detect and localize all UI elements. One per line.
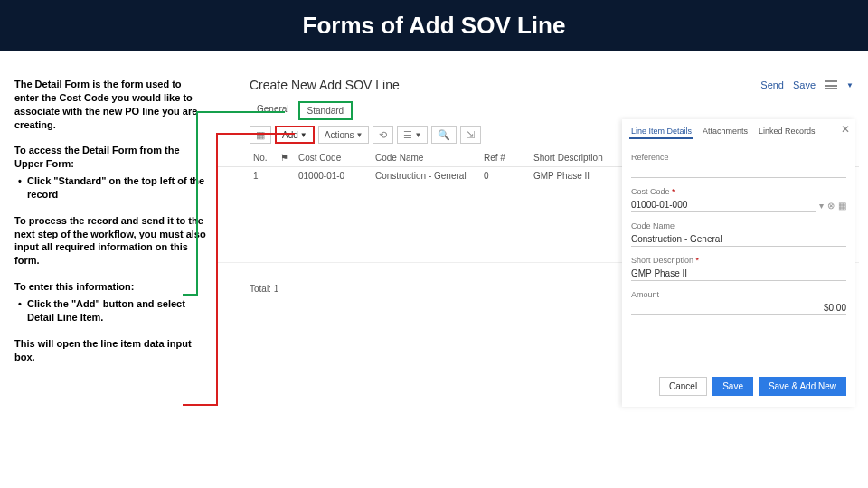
amount-label: Amount — [631, 290, 846, 299]
field-amount: Amount $0.00 — [631, 290, 846, 315]
intro-text: The Detail Form is the form used to ente… — [14, 78, 206, 131]
form-tabs: General Standard — [217, 101, 859, 120]
export-icon-button[interactable]: ⇲ — [460, 126, 481, 144]
cell-cost-code: 01000-01-0 — [295, 169, 372, 183]
cell-short-desc: GMP Phase II — [530, 169, 620, 183]
enter-heading: To enter this information: — [14, 280, 206, 294]
col-ref: Ref # — [480, 151, 530, 164]
actions-caret-icon: ▼ — [356, 131, 363, 139]
clear-icon[interactable]: ⊗ — [827, 201, 835, 211]
col-code-name: Code Name — [372, 151, 480, 164]
amount-value: $0.00 — [631, 301, 846, 315]
enter-step-1: Click the "Add" button and select Detail… — [14, 297, 206, 324]
save-link[interactable]: Save — [793, 80, 816, 90]
cell-code-name: Construction - General — [372, 169, 480, 183]
cell-ref: 0 — [480, 169, 530, 183]
cost-code-input[interactable] — [631, 198, 816, 212]
tab-linked-records[interactable]: Linked Records — [757, 125, 817, 139]
picker-icon[interactable]: ▦ — [838, 201, 846, 211]
app-header: Create New Add SOV Line Send Save ▼ — [217, 78, 859, 96]
reference-input[interactable] — [631, 164, 846, 178]
cell-flag — [277, 169, 295, 183]
send-link[interactable]: Send — [760, 80, 784, 90]
code-name-input[interactable] — [631, 232, 846, 247]
search-icon-button[interactable]: 🔍 — [431, 126, 457, 144]
field-short-desc: Short Description — [631, 256, 846, 281]
col-cost-code: Cost Code — [295, 151, 372, 164]
short-desc-label: Short Description — [631, 256, 846, 265]
code-name-label: Code Name — [631, 221, 846, 230]
app-screenshot: Create New Add SOV Line Send Save ▼ Gene… — [217, 78, 868, 376]
field-code-name: Code Name — [631, 221, 846, 247]
menu-icon[interactable] — [825, 80, 837, 89]
nav-icon-button[interactable]: ⟲ — [373, 126, 393, 144]
slide-title: Forms of Add SOV Line — [303, 12, 566, 40]
reference-label: Reference — [631, 153, 846, 162]
tab-attachments[interactable]: Attachments — [701, 125, 750, 139]
tab-general[interactable]: General — [250, 101, 297, 120]
access-heading: To access the Detail Form from the Upper… — [14, 144, 206, 171]
col-short-desc: Short Description — [530, 151, 620, 164]
app-header-actions: Send Save ▼ — [760, 80, 854, 90]
short-desc-input[interactable] — [631, 267, 846, 281]
add-button[interactable]: Add▼ — [275, 126, 315, 144]
grid-icon: ▦ — [256, 129, 265, 141]
add-caret-icon: ▼ — [300, 131, 307, 139]
content-row: The Detail Form is the form used to ente… — [0, 51, 868, 376]
field-cost-code: Cost Code ▾ ⊗ ▦ — [631, 187, 846, 212]
app-title: Create New Add SOV Line — [250, 78, 400, 92]
panel-footer: Cancel Save Save & Add New — [622, 368, 855, 407]
tab-standard[interactable]: Standard — [298, 101, 354, 120]
find-caret-icon: ▼ — [414, 131, 421, 139]
instruction-column: The Detail Form is the form used to ente… — [0, 78, 217, 376]
line-item-panel: ✕ Line Item Details Attachments Linked R… — [622, 119, 855, 407]
access-step-1: Click "Standard" on the top left of the … — [14, 174, 206, 202]
tab-line-item-details[interactable]: Line Item Details — [629, 125, 693, 139]
dropdown-icon[interactable]: ▾ — [819, 201, 824, 211]
export-icon: ⇲ — [467, 129, 475, 141]
nav-icon: ⟲ — [379, 129, 387, 141]
cancel-button[interactable]: Cancel — [659, 377, 707, 396]
panel-tabs: Line Item Details Attachments Linked Rec… — [622, 119, 855, 145]
close-icon[interactable]: ✕ — [841, 123, 850, 136]
menu-caret-icon[interactable]: ▼ — [846, 81, 854, 89]
field-reference: Reference — [631, 153, 846, 178]
col-no: No. — [250, 151, 277, 164]
result-text: This will open the line item data input … — [14, 337, 206, 364]
cost-code-label: Cost Code — [631, 187, 846, 196]
actions-label: Actions — [325, 130, 354, 140]
col-flag: ⚑ — [277, 151, 295, 164]
panel-body: Reference Cost Code ▾ ⊗ ▦ Code Name — [622, 145, 855, 332]
find-icon-button[interactable]: ☰▼ — [397, 126, 428, 144]
actions-button[interactable]: Actions▼ — [318, 126, 370, 144]
find-icon: ☰ — [403, 129, 412, 141]
cell-no: 1 — [250, 169, 277, 183]
save-add-new-button[interactable]: Save & Add New — [759, 377, 846, 396]
slide-title-bar: Forms of Add SOV Line — [0, 0, 868, 51]
add-label: Add — [282, 130, 298, 140]
grid-icon-button[interactable]: ▦ — [250, 126, 271, 144]
process-text: To process the record and send it to the… — [14, 214, 206, 267]
search-icon: 🔍 — [438, 129, 450, 141]
save-button[interactable]: Save — [712, 377, 753, 396]
